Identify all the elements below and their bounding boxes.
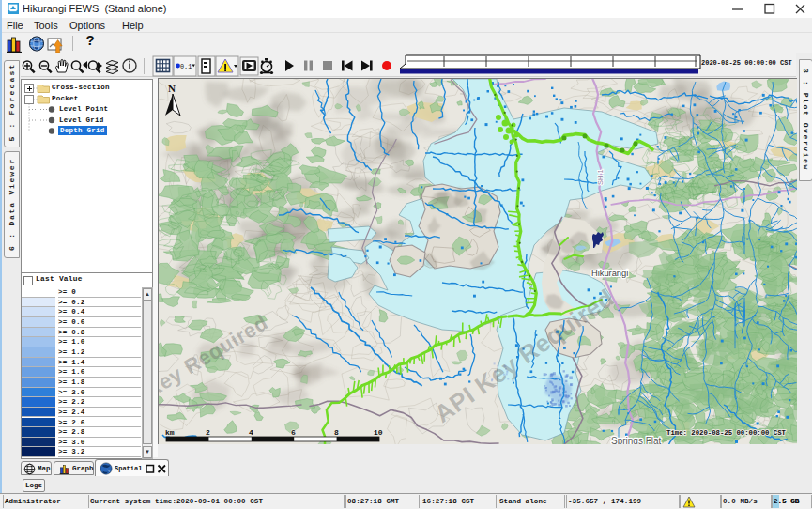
svg-text:0.1: 0.1 (180, 63, 192, 70)
svg-text:2: 2 (206, 428, 210, 437)
svg-text:Springs Flat: Springs Flat (611, 436, 662, 444)
svg-text:Time: 2020-08-25 00:00:00 CST: Time: 2020-08-25 00:00:00 CST (666, 429, 787, 437)
svg-text:SH 1: SH 1 (596, 169, 605, 185)
svg-text:8: 8 (334, 428, 339, 437)
svg-text:10: 10 (374, 428, 383, 437)
svg-text:km: km (165, 428, 175, 437)
svg-text:6: 6 (291, 428, 296, 437)
svg-text:Hikurangi: Hikurangi (591, 269, 628, 278)
svg-text:4: 4 (249, 428, 253, 437)
svg-text:N: N (168, 83, 176, 94)
